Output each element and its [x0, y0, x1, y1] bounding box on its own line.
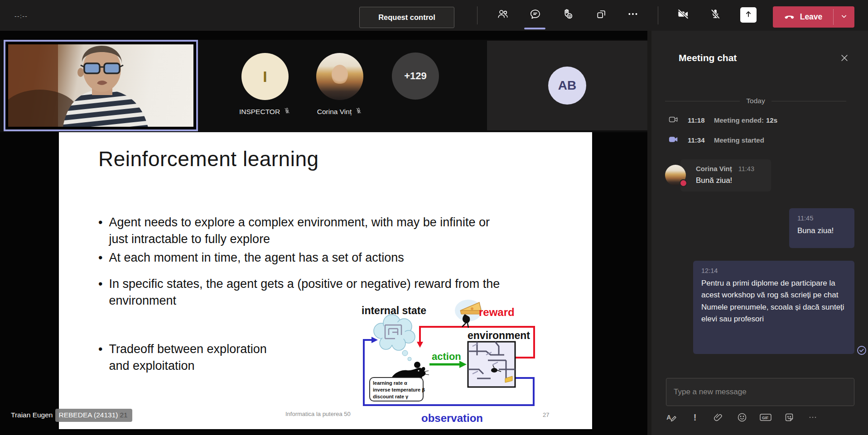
message-seen-icon: [856, 345, 867, 356]
compose-more-button[interactable]: [806, 411, 819, 424]
close-icon: [839, 53, 849, 65]
date-divider-label: Today: [746, 97, 765, 105]
camera-off-icon: [676, 7, 690, 23]
leave-options-button[interactable]: [834, 6, 854, 28]
shared-screen-slide: Reinforcement learning •Agent needs to e…: [59, 132, 592, 429]
chat-message-received: Corina Vinț 11:43 Bună ziua!: [680, 159, 771, 191]
bullet-text: Agent needs to explore a complex environ…: [109, 214, 508, 248]
reactions-button[interactable]: [557, 5, 578, 25]
reward-arrowhead: [417, 342, 423, 348]
close-chat-button[interactable]: [836, 51, 853, 67]
event-time: 11:18: [688, 116, 708, 124]
slide-page-number: 27: [543, 411, 549, 418]
presence-busy-dot: [680, 179, 687, 187]
environment-maze-icon: [468, 342, 515, 387]
more-options-button[interactable]: [622, 5, 643, 25]
leave-button[interactable]: Leave: [773, 6, 833, 28]
avatar-inspector[interactable]: I: [241, 53, 289, 100]
presenter-first-name: Traian Eugen: [11, 411, 53, 419]
rl-diagram: learning rate α inverse temperature β di…: [358, 297, 545, 427]
bullet-dot: •: [98, 276, 102, 309]
agent-params-box: learning rate α inverse temperature β di…: [370, 378, 425, 401]
meeting-timer: --:--: [14, 13, 28, 19]
leave-split-button: Leave: [773, 6, 854, 28]
message-time: 12:14: [701, 267, 846, 274]
participant-name: INSPECTOR: [239, 108, 280, 116]
message-text: Buna ziua!: [797, 225, 846, 237]
observation-arrowhead: [371, 337, 378, 343]
emoji-button[interactable]: [736, 411, 748, 424]
sticker-button[interactable]: [783, 411, 796, 424]
breakout-rooms-button[interactable]: [591, 5, 612, 25]
environment-label: environment: [468, 330, 530, 341]
self-video-feed: [8, 44, 193, 127]
mic-toggle-button[interactable]: [705, 5, 726, 25]
message-text: Bună ziua!: [696, 176, 764, 185]
thought-cloud-icon: [374, 315, 415, 361]
svg-text:A: A: [666, 414, 671, 421]
slide-bullet: •At each moment in time, the agent has a…: [98, 249, 508, 266]
bullet-text: At each moment in time, the agent has a …: [109, 249, 404, 266]
slide-footer-text: Informatica la puterea 50: [285, 411, 351, 417]
event-text: Meeting ended:: [714, 116, 764, 124]
self-video-tile[interactable]: [4, 40, 198, 131]
self-video-person: [8, 44, 193, 127]
toolbar-divider: [658, 6, 658, 24]
people-icon: [497, 8, 509, 22]
chat-panel-title: Meeting chat: [679, 53, 737, 63]
participant-label-corina: Corina Vinț: [299, 107, 381, 116]
message-header: Corina Vinț 11:43: [696, 165, 764, 172]
video-tile-ab[interactable]: AB: [487, 41, 647, 130]
divider-line: [772, 101, 846, 101]
meeting-chat-panel: Meeting chat Today 11:18 Meeting ended: …: [651, 31, 868, 435]
action-label: action: [432, 351, 461, 362]
observation-label: observation: [421, 412, 483, 424]
reward-label: reward: [479, 306, 515, 318]
presenter-last-name: REBEDEA (24131): [59, 411, 118, 419]
event-duration: 12s: [766, 116, 777, 124]
breakout-rooms-icon: [596, 8, 608, 22]
cheese-reward-icon: [455, 300, 482, 328]
chat-active-underline: [524, 28, 545, 29]
meeting-ended-event: 11:18 Meeting ended: 12s: [668, 114, 777, 126]
new-message-input[interactable]: [666, 378, 854, 406]
chat-button[interactable]: [525, 5, 545, 25]
chat-bubble-icon: [529, 8, 541, 22]
format-button[interactable]: A: [665, 411, 678, 424]
participants-button[interactable]: [492, 5, 513, 25]
toolbar-divider: [477, 6, 477, 24]
avatar-initials: AB: [558, 78, 576, 93]
share-screen-button[interactable]: [740, 7, 757, 23]
message-time: 11:43: [738, 165, 754, 172]
bullet-text: Tradeoff between exploration and exploit…: [109, 341, 280, 374]
slide-date-fragment: 21: [120, 411, 127, 419]
date-divider: Today: [665, 97, 846, 105]
leave-label: Leave: [800, 12, 823, 22]
presenter-name-pill: REBEDEA (24131) 21: [55, 409, 132, 422]
avatar-overflow[interactable]: +129: [392, 53, 439, 100]
avatar-ab: AB: [548, 67, 586, 105]
camera-toggle-button[interactable]: [673, 5, 694, 25]
gif-label: GIF: [762, 416, 768, 420]
attach-button[interactable]: [712, 411, 725, 424]
bullet-dot: •: [98, 214, 102, 248]
meeting-started-event: 11:34 Meeting started: [668, 134, 764, 146]
request-control-button[interactable]: Request control: [359, 7, 454, 28]
mic-off-icon: [283, 107, 291, 116]
message-text: Pentru a primi diplome de participare la…: [701, 277, 846, 325]
overflow-count: +129: [404, 70, 427, 82]
slide-title: Reinforcement learning: [98, 147, 319, 171]
avatar-corina[interactable]: [316, 53, 363, 100]
bullet-dot: •: [98, 249, 102, 266]
gif-button[interactable]: GIF: [759, 411, 772, 424]
message-time: 11:45: [797, 215, 846, 222]
divider-line: [665, 101, 740, 101]
internal-state-label: internal state: [362, 305, 426, 316]
participant-name: Corina Vinț: [317, 108, 352, 116]
event-time: 11:34: [688, 136, 708, 144]
avatar-initial: I: [263, 68, 267, 86]
slide-bullet: •Agent needs to explore a complex enviro…: [98, 214, 508, 248]
importance-button[interactable]: !: [689, 411, 701, 424]
compose-toolbar: A ! GIF: [665, 411, 819, 424]
share-up-arrow-icon: [743, 9, 753, 21]
